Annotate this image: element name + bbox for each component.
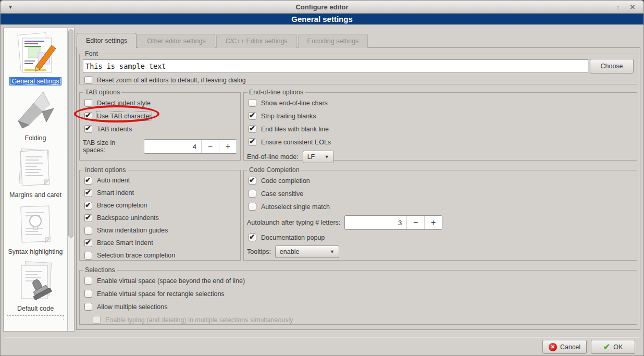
sidebar-list: General settings Folding xyxy=(4,28,67,331)
tab-other-editor-settings[interactable]: Other editor settings xyxy=(138,34,215,48)
footer-separator xyxy=(5,337,639,338)
sidebar-item-folding[interactable]: Folding xyxy=(4,88,67,142)
tab-size-value[interactable]: 4 xyxy=(144,140,201,153)
checkbox-brace-smart-indent[interactable]: Brace Smart Indent xyxy=(83,237,237,249)
checkbox-label: Enable virtual space for rectangle selec… xyxy=(97,290,225,298)
selections-group: Selections Enable virtual space (space b… xyxy=(79,266,637,325)
checkbox-backspace-unindents[interactable]: Backspace unindents xyxy=(83,212,237,224)
tab-cpp-editor-settings[interactable]: C/C++ Editor settings xyxy=(216,34,297,48)
checkbox-selection-brace-completion[interactable]: Selection brace completion xyxy=(83,249,237,262)
eol-mode-label: End-of-line mode: xyxy=(247,153,299,161)
checkbox-code-completion[interactable]: Code completion xyxy=(247,174,634,187)
sidebar-item-syntax-highlighting[interactable]: Syntax highlighting xyxy=(4,202,67,256)
chevron-down-icon: ▼ xyxy=(330,249,335,254)
font-sample-input[interactable] xyxy=(83,59,588,73)
checkbox-enable-virtual-space[interactable]: Enable virtual space (space beyond the e… xyxy=(83,274,634,287)
eol-mode-dropdown[interactable]: LF ▼ xyxy=(303,151,334,163)
sidebar-scrollbar-thumb[interactable] xyxy=(68,29,73,238)
tab-encoding-settings[interactable]: Encoding settings xyxy=(298,34,368,48)
checkbox-case-sensitive[interactable]: Case sensitive xyxy=(247,187,634,200)
choose-font-button[interactable]: Choose xyxy=(590,59,634,73)
checkbox-virtual-space-rectangle[interactable]: Enable virtual space for rectangle selec… xyxy=(83,287,634,300)
minus-icon[interactable]: − xyxy=(201,140,219,153)
autolaunch-spinner: 3 − + xyxy=(344,215,442,230)
checkbox-end-files-with-blank-line[interactable]: End files with blank line xyxy=(247,122,634,136)
minus-icon[interactable]: − xyxy=(406,216,424,229)
cancel-button[interactable]: ✕ Cancel xyxy=(542,340,587,354)
sidebar-item-label: Margins and caret xyxy=(7,191,64,199)
checkbox-reset-zoom[interactable]: Reset zoom of all editors to default, if… xyxy=(83,73,634,87)
sidebar-scrollbar[interactable] xyxy=(67,28,74,331)
font-group-title: Font xyxy=(83,50,100,57)
checkbox-brace-completion[interactable]: Brace completion xyxy=(83,199,237,212)
checkbox-box xyxy=(249,203,256,211)
settings-tab-bar: Editor settings Other editor settings C/… xyxy=(77,33,368,48)
window-menu-icon[interactable]: ▼ xyxy=(5,1,16,14)
autolaunch-value[interactable]: 3 xyxy=(345,216,406,229)
sidebar-item-margins-and-caret[interactable]: Margins and caret xyxy=(4,145,67,199)
checkbox-box xyxy=(84,99,92,107)
tab-size-label: TAB size in spaces: xyxy=(83,139,140,154)
checkbox-box xyxy=(84,177,92,185)
checkbox-detect-indent-style[interactable]: Detect indent style xyxy=(83,96,237,109)
checkbox-box xyxy=(249,99,256,107)
checkbox-label: Ensure consistent EOLs xyxy=(261,139,331,146)
checkbox-box xyxy=(84,125,92,133)
tooltips-label: Tooltips: xyxy=(247,248,271,255)
checkbox-label: Strip trailing blanks xyxy=(261,113,316,120)
checkbox-smart-indent[interactable]: Smart indent xyxy=(83,187,237,199)
checkbox-label: TAB indents xyxy=(97,126,132,133)
checkbox-label: Show end-of-line chars xyxy=(261,100,328,107)
cancel-button-label: Cancel xyxy=(560,343,580,351)
checkbox-box xyxy=(84,252,92,260)
tab-options-group: TAB options Detect indent style Use TAB … xyxy=(79,89,241,161)
eol-options-title: End-of-line options xyxy=(247,89,305,96)
checkbox-allow-multiple-selections[interactable]: Allow multiple selections xyxy=(83,300,634,313)
tab-label: Other editor settings xyxy=(147,38,206,45)
plus-icon[interactable]: + xyxy=(219,140,237,153)
checkbox-label: End files with blank line xyxy=(261,126,329,133)
checkbox-documentation-popup[interactable]: Documentation popup xyxy=(247,231,634,244)
checkbox-label: Brace completion xyxy=(97,202,147,209)
sidebar-item-general-settings[interactable]: General settings xyxy=(4,31,67,85)
code-pages-pencil-icon xyxy=(12,31,59,77)
checkbox-label: Use TAB character xyxy=(97,113,151,120)
window-titlebar[interactable]: ▼ Configure editor ↑ ✕ xyxy=(1,1,643,14)
tooltips-value: enable xyxy=(280,248,300,255)
checkbox-box xyxy=(84,290,92,298)
checkbox-autoselect-single-match[interactable]: Autoselect single match xyxy=(247,200,634,213)
checkbox-auto-indent[interactable]: Auto indent xyxy=(83,174,237,187)
checkbox-show-eol-chars[interactable]: Show end-of-line chars xyxy=(247,96,634,109)
checkbox-box xyxy=(84,277,92,285)
checkbox-label: Autoselect single match xyxy=(261,203,330,211)
plus-icon[interactable]: + xyxy=(424,216,442,229)
editor-settings-page: Font Choose Reset zoom of all editors to… xyxy=(76,47,640,330)
indent-options-group: Indent options Auto indent Smart indent … xyxy=(79,166,241,261)
ok-button[interactable]: ✔ OK xyxy=(591,340,635,354)
tab-label: Encoding settings xyxy=(307,38,359,45)
sidebar-item-label: General settings xyxy=(9,77,61,85)
checkbox-strip-trailing-blanks[interactable]: Strip trailing blanks xyxy=(247,109,634,122)
checkbox-label: Smart indent xyxy=(97,189,134,197)
checkbox-ensure-consistent-eols[interactable]: Ensure consistent EOLs xyxy=(247,136,634,149)
checkbox-multi-selection-typing: Enable typing (and deleting) in multiple… xyxy=(91,313,634,326)
checkbox-label: Case sensitive xyxy=(261,190,303,198)
sidebar-item-default-code[interactable]: Default code xyxy=(4,259,67,313)
checkbox-show-indentation-guides[interactable]: Show indentation guides xyxy=(83,224,237,237)
tab-editor-settings[interactable]: Editor settings xyxy=(77,33,137,48)
sidebar-item-partial xyxy=(7,315,64,320)
checkbox-label: Documentation popup xyxy=(261,234,325,241)
ok-check-icon: ✔ xyxy=(603,343,610,351)
close-icon[interactable]: ✕ xyxy=(627,1,638,14)
checkbox-label: Detect indent style xyxy=(97,100,151,107)
code-completion-title: Code Completion xyxy=(247,166,301,174)
checkbox-box xyxy=(84,76,92,84)
checkbox-label: Reset zoom of all editors to default, if… xyxy=(97,77,246,84)
tooltips-dropdown[interactable]: enable ▼ xyxy=(275,245,339,258)
checkbox-box xyxy=(249,125,256,133)
shade-icon[interactable]: ↑ xyxy=(612,1,624,14)
checkbox-label: Enable typing (and deleting) in multiple… xyxy=(105,316,293,324)
checkbox-tab-indents[interactable]: TAB indents xyxy=(83,122,237,136)
checkbox-use-tab-character[interactable]: Use TAB character xyxy=(83,109,237,122)
indent-options-title: Indent options xyxy=(83,166,128,174)
